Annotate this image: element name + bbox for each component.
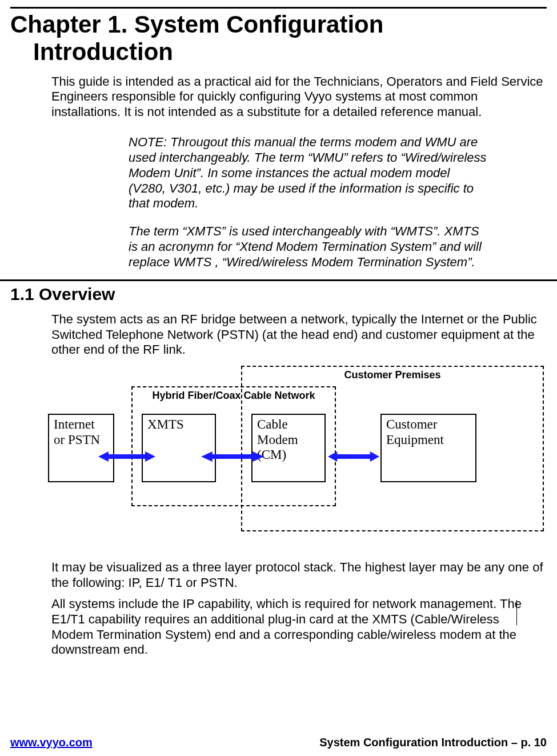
box-xmts: XMTS (142, 414, 216, 482)
section-rule (0, 279, 557, 281)
system-diagram: Customer Premises Hybrid Fiber/Coax Cabl… (13, 366, 550, 537)
overview-paragraph-1: The system acts as an RF bridge between … (51, 312, 547, 358)
intro-paragraph: This guide is intended as a practical ai… (51, 74, 547, 120)
box-internet-pstn-label: Internet or PSTN (49, 415, 113, 450)
box-customer-equipment-label: Customer Equipment (382, 415, 475, 450)
arrow-internet-xmts (98, 451, 155, 462)
chapter-title: Chapter 1. System Configuration Introduc… (10, 11, 547, 66)
arrow-xmts-cm (201, 451, 264, 462)
section-heading: 1.1 Overview (10, 285, 547, 304)
arrow-cm-customer (328, 451, 379, 462)
footer: www.vyyo.com System Configuration Introd… (0, 736, 557, 749)
hfc-label: Hybrid Fiber/Coax Cable Network (131, 390, 336, 402)
ce-l1: Customer (386, 417, 437, 431)
revision-mark (516, 600, 517, 625)
overview-paragraph-2: It may be visualized as a three layer pr… (51, 560, 547, 591)
page: Chapter 1. System Configuration Introduc… (0, 7, 557, 756)
customer-premises-label: Customer Premises (241, 369, 544, 381)
box-customer-equipment: Customer Equipment (380, 414, 476, 482)
chapter-title-line2: Introduction (10, 38, 547, 66)
chapter-title-line1: Chapter 1. System Configuration (10, 11, 383, 38)
note-block: NOTE: Througout this manual the terms mo… (129, 135, 488, 270)
footer-url-link[interactable]: www.vyyo.com (10, 736, 93, 749)
footer-page-label: System Configuration Introduction – p. 1… (319, 736, 547, 749)
overview-paragraph-3: All systems include the IP capability, w… (51, 597, 547, 658)
svg-marker-2 (328, 451, 379, 462)
ce-l2: Equipment (386, 433, 444, 447)
note-paragraph-1: NOTE: Througout this manual the terms mo… (129, 135, 488, 211)
cm-l1: Cable (257, 417, 288, 431)
note-paragraph-2: The term “XMTS” is used interchangeably … (129, 224, 488, 270)
box-cable-modem: Cable Modem (CM) (251, 414, 326, 482)
box-xmts-label: XMTS (143, 415, 215, 434)
svg-marker-0 (98, 451, 155, 462)
box-internet-pstn: Internet or PSTN (48, 414, 114, 482)
cm-l2: Modem (257, 433, 298, 447)
top-rule (10, 7, 547, 9)
svg-marker-1 (201, 451, 264, 462)
